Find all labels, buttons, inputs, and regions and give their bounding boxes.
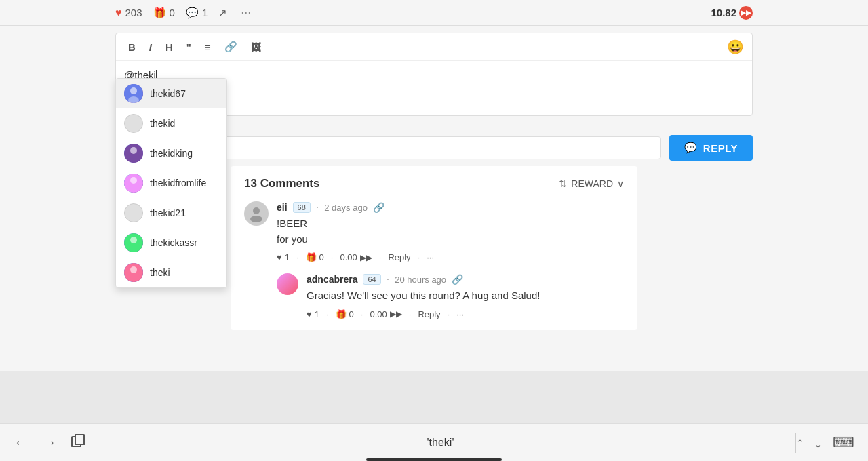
reward-label: REWARD: [571, 178, 613, 189]
comments-section: 13 Comments ⇅ REWARD ∨ eii 68 · 2: [231, 166, 637, 330]
editor-toolbar: B I H " ≡ 🔗 🖼 😀: [116, 33, 752, 61]
scroll-down-button[interactable]: ↓: [814, 434, 822, 452]
reply-comment-adncabrera: adncabrera 64 · 20 hours ago 🔗 Gracias! …: [277, 273, 624, 319]
reply-button[interactable]: 💬 REPLY: [669, 135, 753, 161]
image-button[interactable]: 🖼: [247, 40, 265, 54]
link-button[interactable]: 🔗: [220, 39, 241, 54]
gift-icon-adncabrera: 🎁: [336, 309, 347, 319]
reward-button[interactable]: ⇅ REWARD ∨: [559, 178, 624, 189]
mention-name-thekidking: thekidking: [150, 148, 193, 159]
reply-action-eii[interactable]: Reply: [388, 252, 410, 262]
hive-icon: ▶▶: [739, 6, 753, 20]
forward-button[interactable]: →: [42, 434, 57, 452]
keyboard-button[interactable]: ⌨: [833, 434, 854, 452]
mention-item-thekid21[interactable]: thekid21: [116, 198, 226, 228]
mention-dropdown: thekid67 thekid thekidking thekidfromlif…: [115, 78, 227, 288]
emoji-button[interactable]: 😀: [727, 39, 744, 55]
comment-meta-eii: eii 68 · 2 days ago 🔗: [277, 201, 624, 214]
comment-actions-adncabrera: ♥ 1 · 🎁 0 · 0.00 ▶▶ ·: [307, 309, 624, 319]
avatar-thekidking: [124, 144, 143, 163]
comment-meta-adncabrera: adncabrera 64 · 20 hours ago 🔗: [307, 273, 624, 285]
comment-text-adncabrera: Gracias! We'll see you this round? A hug…: [307, 288, 624, 304]
mention-item-thekickassr[interactable]: thekickassr: [116, 228, 226, 258]
heart-icon-adncabrera: ♥: [307, 309, 312, 319]
bottom-nav-left: ← →: [14, 433, 85, 452]
comment-line2: for you: [277, 232, 624, 247]
more-options[interactable]: ···: [241, 5, 251, 20]
like-action-eii[interactable]: ♥ 1: [277, 252, 290, 262]
gift-action-eii[interactable]: 🎁 0: [306, 252, 324, 262]
mention-item-thekidfromlife[interactable]: thekidfromlife: [116, 168, 226, 198]
mention-item-theki[interactable]: theki: [116, 258, 226, 287]
avatar-thekid21: [124, 203, 143, 222]
comments-stat: 💬 1: [186, 7, 208, 19]
svg-point-11: [253, 207, 260, 214]
gifts-stat: 🎁 0: [153, 7, 175, 19]
mention-name-thekid: thekid: [150, 118, 175, 129]
copy-button[interactable]: [71, 433, 85, 452]
bold-button[interactable]: B: [124, 40, 140, 54]
avatar-thekid67: [124, 84, 143, 103]
share-stat[interactable]: ↗: [218, 7, 227, 19]
svg-point-8: [130, 237, 137, 243]
mention-item-thekid67[interactable]: thekid67: [116, 79, 226, 108]
hive-value: 10.82 ▶▶: [711, 6, 753, 20]
gifts-count-adncabrera: 0: [349, 309, 354, 319]
mention-name-thekidfromlife: thekidfromlife: [150, 178, 206, 188]
scroll-indicator: [366, 458, 502, 461]
comment-icon: 💬: [186, 7, 199, 19]
more-actions-adncabrera[interactable]: ···: [456, 309, 464, 319]
avatar-adncabrera: [277, 273, 298, 295]
gift-icon: 🎁: [153, 7, 166, 19]
like-action-adncabrera[interactable]: ♥ 1: [307, 309, 319, 319]
gift-action-adncabrera[interactable]: 🎁 0: [336, 309, 354, 319]
reward-chevron-icon: ∨: [617, 178, 624, 189]
search-text: 'theki': [85, 437, 795, 449]
svg-point-10: [130, 266, 137, 273]
mention-item-thekidking[interactable]: thekidking: [116, 138, 226, 168]
quote-button[interactable]: ": [182, 40, 195, 54]
hive-action-eii[interactable]: 0.00 ▶▶: [340, 252, 372, 262]
heading-button[interactable]: H: [161, 40, 177, 54]
reply-icon: 💬: [684, 142, 698, 154]
avatar-thekidfromlife: [124, 174, 143, 193]
heart-icon-eii: ♥: [277, 252, 282, 262]
link-icon-adncabrera[interactable]: 🔗: [452, 274, 463, 285]
hive-action-adncabrera[interactable]: 0.00 ▶▶: [370, 309, 401, 319]
comment-badge-eii: 68: [293, 202, 311, 213]
mention-name-thekid67: thekid67: [150, 88, 186, 99]
comment-text-eii: !BEER for you: [277, 216, 624, 247]
italic-button[interactable]: I: [145, 40, 156, 54]
comment-actions-eii: ♥ 1 · 🎁 0 · 0.00 ▶▶ ·: [277, 252, 624, 262]
comment-body-eii: eii 68 · 2 days ago 🔗 !BEER for you ♥ 1: [277, 201, 624, 262]
mention-name-thekid21: thekid21: [150, 207, 186, 218]
comment-body-adncabrera: adncabrera 64 · 20 hours ago 🔗 Gracias! …: [307, 273, 624, 319]
likes-count: 203: [125, 7, 142, 18]
comment-author-adncabrera: adncabrera: [307, 274, 357, 285]
svg-rect-14: [75, 435, 84, 445]
mention-item-thekid[interactable]: thekid: [116, 108, 226, 138]
hive-icon-adncabrera: ▶▶: [390, 309, 402, 319]
scroll-up-button[interactable]: ↑: [796, 434, 804, 452]
gift-icon-eii: 🎁: [306, 252, 317, 262]
list-button[interactable]: ≡: [201, 40, 215, 54]
back-button[interactable]: ←: [14, 434, 28, 452]
reward-sort-icon: ⇅: [559, 178, 567, 189]
avatar-eii: [244, 201, 269, 226]
comment-time-adncabrera: 20 hours ago: [395, 275, 446, 285]
likes-count-eii: 1: [285, 252, 290, 262]
gifts-count: 0: [170, 7, 175, 18]
link-icon-eii[interactable]: 🔗: [373, 202, 384, 213]
comment-time-eii: 2 days ago: [324, 203, 368, 213]
share-icon: ↗: [218, 7, 227, 19]
hive-amount: 10.82: [711, 7, 736, 18]
svg-point-4: [130, 147, 137, 154]
comment-line1: !BEER: [277, 216, 624, 232]
comments-title: 13 Comments: [244, 177, 319, 191]
svg-point-6: [130, 177, 137, 184]
svg-point-12: [250, 216, 262, 222]
mention-name-thekickassr: thekickassr: [150, 237, 197, 248]
reply-action-adncabrera[interactable]: Reply: [418, 309, 440, 319]
more-actions-eii[interactable]: ···: [427, 252, 434, 262]
likes-count-adncabrera: 1: [315, 309, 319, 319]
